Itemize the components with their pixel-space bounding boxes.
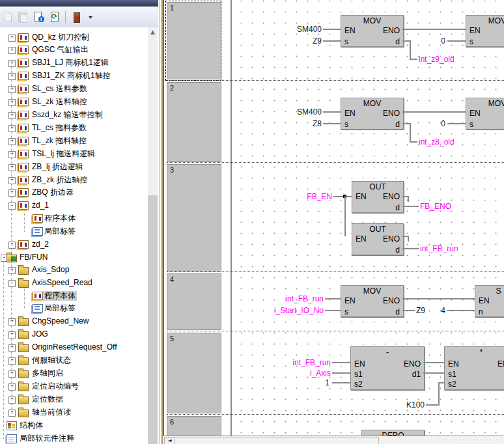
operand-int-fb-run[interactable]: int_FB_run (420, 245, 458, 253)
expand-toggle[interactable]: + (8, 35, 16, 42)
tree-scrollbar[interactable]: ▲ (148, 27, 158, 444)
collapse-toggle[interactable]: - (8, 202, 16, 210)
exit-door-icon[interactable] (72, 12, 83, 22)
mov-block[interactable]: MOV ENENO sd (341, 98, 404, 130)
tree-item-local-device-comment[interactable]: 局部软元件注释 (0, 432, 148, 444)
tree-item-multi-axis-start[interactable]: +多轴同启 (0, 367, 148, 380)
tree-item-qgsc[interactable]: +QGSC 气缸输出 (0, 44, 148, 56)
expand-toggle[interactable]: + (8, 125, 16, 132)
tree-item-zb-lj[interactable]: +ZB_lj 折边逻辑 (0, 161, 148, 173)
expand-toggle[interactable]: + (8, 138, 16, 145)
tree-item-local-label[interactable]: 局部标签 (0, 225, 148, 238)
tree-item-structure[interactable]: 结构体 (0, 419, 148, 432)
tree-item-axisspeed-read[interactable]: -AxisSpeed_Read (0, 277, 148, 289)
tree-item-sbj1-lj[interactable]: +SBJ1_LJ 商标机1逻辑 (0, 57, 148, 69)
collapse-toggle[interactable]: - (8, 280, 16, 287)
operand-fb-eno[interactable]: FB_ENO (420, 202, 451, 210)
network-header-6[interactable]: 6 (167, 416, 221, 436)
constant-4[interactable]: 4 (441, 307, 445, 314)
tree-item-program-body-selected[interactable]: 程序本体 (0, 290, 148, 302)
fbd-horizontal-scrollbar[interactable]: ◄ (163, 436, 504, 444)
expand-toggle[interactable]: + (8, 177, 16, 184)
tree-item-positioning-data[interactable]: +定位数据 (0, 393, 148, 406)
mov-block[interactable]: MOV ENENO sd (341, 15, 404, 47)
expand-toggle[interactable]: + (8, 409, 16, 417)
out-block[interactable]: OUT ENENO d (352, 223, 404, 255)
multiply-block-clipped[interactable]: * ENENO s1 s2 (444, 346, 504, 390)
expand-toggle[interactable]: + (8, 189, 16, 197)
tree-item-jog[interactable]: +JOG (0, 328, 148, 340)
tree-item-sl-zk[interactable]: +SL_zk 送料轴控 (0, 96, 148, 108)
tree-item-servo-axis-status[interactable]: +伺服轴状态 (0, 354, 148, 367)
mov-block[interactable]: MOV ENENO sd (341, 285, 404, 317)
network-header-2[interactable]: 2 (167, 82, 221, 162)
expand-toggle[interactable]: + (8, 164, 16, 171)
constant-1[interactable]: 1 (325, 379, 329, 387)
expand-toggle[interactable]: + (8, 60, 16, 67)
tree-item-tsl-lj[interactable]: +TSL_lj 拖送料逻辑 (0, 148, 148, 160)
expand-toggle[interactable]: + (8, 267, 16, 274)
expand-toggle[interactable]: + (8, 47, 16, 54)
tree-item-zd-1[interactable]: -zd_1 (0, 199, 148, 212)
tree-item-sl-cs[interactable]: +SL_cs 送料参数 (0, 83, 148, 95)
tree-item-zbq[interactable]: +ZBQ 折边器 (0, 186, 148, 199)
tree-item-zb-zk[interactable]: +ZB_zk 折边轴控 (0, 174, 148, 186)
tree-item-sszd-kz[interactable]: +Sszd_kz 输送带控制 (0, 109, 148, 121)
subtract-block[interactable]: - ENENO s1d1 s2 (350, 346, 425, 390)
expand-toggle[interactable]: + (8, 383, 16, 391)
tree-item-tl-zk[interactable]: +TL_zk 拖料轴控 (0, 135, 148, 147)
doc-info-icon[interactable] (34, 12, 44, 22)
operand-sm400[interactable]: SM400 (297, 108, 322, 116)
constant-0[interactable]: 0 (441, 37, 445, 45)
dfro-block-clipped[interactable]: DFRO (361, 430, 425, 436)
mov-block-clipped[interactable]: MOV EN s (466, 15, 504, 47)
tree-item-axis-current-value[interactable]: +轴当前值读 (0, 406, 148, 419)
expand-toggle[interactable]: + (8, 86, 16, 93)
tree-item-tl-cs[interactable]: +TL_cs 拖料参数 (0, 122, 148, 134)
constant-k100[interactable]: K100 (406, 401, 425, 409)
copy-icon[interactable] (2, 12, 12, 22)
network-header-3[interactable]: 3 (167, 164, 221, 271)
expand-toggle[interactable]: + (8, 370, 16, 378)
network-header-4[interactable]: 4 (167, 273, 221, 330)
out-block[interactable]: OUT ENENO d (352, 181, 404, 213)
panel-splitter[interactable] (158, 0, 165, 444)
expand-toggle[interactable]: + (8, 396, 16, 404)
tree-item-zd-2[interactable]: +zd_2 (0, 238, 148, 251)
tree-item-chgspeed-new[interactable]: +ChgSpeed_New (0, 315, 148, 327)
operand-sm400[interactable]: SM400 (297, 25, 322, 33)
scrollbar-thumb[interactable] (148, 195, 158, 444)
operand-int-fb-run[interactable]: int_FB_run (285, 295, 324, 303)
refresh-icon[interactable] (49, 12, 60, 22)
operand-z8[interactable]: Z8 (313, 120, 322, 128)
operand-int-fb-run[interactable]: int_FB_run (292, 359, 331, 367)
tree-item-originresetrequest-off[interactable]: +OriginResetRequest_Off (0, 341, 148, 354)
tree-item-local-label[interactable]: 局部标签 (0, 302, 148, 314)
operand-fb-en[interactable]: FB_EN (307, 193, 332, 201)
operand-i-start-io-no[interactable]: i_Start_IO_No (274, 307, 324, 314)
mov-block-clipped[interactable]: MOV EN s (466, 98, 504, 130)
paste-icon[interactable] (18, 12, 28, 22)
tree-item-qd-kz[interactable]: +QD_kz 切刀控制 (0, 31, 148, 44)
expand-toggle[interactable]: + (8, 112, 16, 119)
scroll-left-arrow-icon[interactable]: ◄ (164, 437, 175, 444)
expand-toggle[interactable]: + (8, 331, 16, 339)
expand-toggle[interactable]: + (8, 357, 16, 365)
constant-0[interactable]: 0 (441, 120, 445, 128)
operand-i-axis[interactable]: i_Axis (310, 369, 331, 377)
tree-item-sbj1-zk[interactable]: +SBJ1_ZK 商标机1轴控 (0, 70, 148, 82)
tree-item-program-body[interactable]: 程序本体 (0, 212, 148, 225)
tree-item-axis-sdop[interactable]: +Axis_Sdop (0, 264, 148, 276)
expand-toggle[interactable]: + (8, 344, 16, 352)
operand-int-z8-old[interactable]: int_z8_old (419, 138, 455, 146)
tree-item-fb-fun[interactable]: -FB/FUN (0, 251, 148, 264)
scrollbar-thumb[interactable] (175, 437, 379, 444)
network-header-5[interactable]: 5 (167, 333, 221, 413)
dropdown-caret-icon[interactable] (88, 12, 93, 22)
s-block-clipped[interactable]: S EN n (475, 285, 504, 317)
expand-toggle[interactable]: + (8, 73, 16, 80)
tree-item-positioning-start-no[interactable]: +定位启动编号 (0, 380, 148, 393)
operand-z9[interactable]: Z9 (416, 307, 425, 314)
expand-toggle[interactable]: + (8, 242, 16, 249)
operand-z9[interactable]: Z9 (313, 37, 322, 45)
